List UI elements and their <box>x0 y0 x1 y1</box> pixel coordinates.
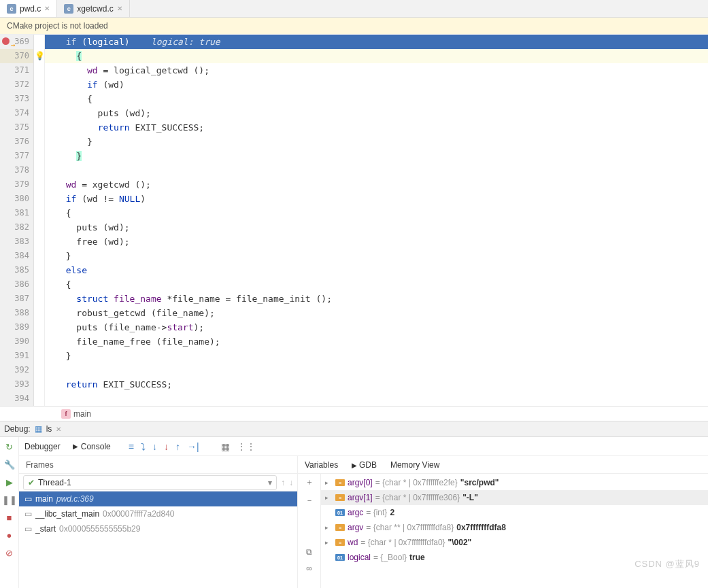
check-icon: ✔ <box>28 478 35 487</box>
line-number: 372 <box>0 77 33 92</box>
line-number: →369 <box>0 35 33 49</box>
fold-strip: 💡 <box>34 35 45 406</box>
line-number: 384 <box>0 249 33 263</box>
var-row-argv1[interactable]: ▸ ≡ argv[1] = {char * | 0x7ffffffe306} "… <box>321 490 708 505</box>
line-number: 390 <box>0 334 33 349</box>
file-tab-label: xgetcwd.c <box>77 4 113 14</box>
frame-libc[interactable]: ▭ __libc_start_main 0x00007ffff7a2d840 <box>19 506 297 521</box>
tab-debugger[interactable]: Debugger <box>24 442 61 451</box>
rerun-icon[interactable]: ↻ <box>4 441 15 452</box>
line-number: 376 <box>0 135 33 149</box>
watermark: CSDN @蓝风9 <box>635 558 700 570</box>
line-number: 380 <box>0 192 33 206</box>
line-number: 388 <box>0 306 33 320</box>
close-icon[interactable]: ✕ <box>56 426 61 433</box>
step-out-icon[interactable]: ↑ <box>175 441 180 452</box>
evaluate-icon[interactable]: ▦ <box>221 441 230 452</box>
line-number: 392 <box>0 363 33 377</box>
tab-variables[interactable]: Variables <box>305 460 338 470</box>
var-row-argc[interactable]: 01 argc = {int} 2 <box>321 505 708 520</box>
frame-start[interactable]: ▭ _start 0x0000555555555b29 <box>19 521 297 536</box>
add-watch-icon[interactable]: ＋ <box>305 477 314 488</box>
frame-icon: ▭ <box>24 524 32 534</box>
close-icon[interactable]: ✕ <box>117 5 122 12</box>
frame-main[interactable]: ▭ main pwd.c:369 <box>19 491 297 506</box>
file-tab-label: pwd.c <box>20 4 41 14</box>
line-number: 386 <box>0 277 33 292</box>
breadcrumb-main[interactable]: main <box>73 409 91 419</box>
run-config-icon: ▦ <box>35 424 42 434</box>
object-icon: ≡ <box>335 494 345 501</box>
debug-panel: ↻ 🔧 ▶ ❚❚ ■ ● ⊘ Debugger ▶Console ≡ ⤵ ↓ ↓… <box>0 437 708 588</box>
vars-toolbar: ＋ － ⧉ ∞ <box>298 474 321 588</box>
line-number: 379 <box>0 177 33 192</box>
copy-icon[interactable]: ⧉ <box>306 547 312 557</box>
vars-tabs: Variables ▶ GDB Memory View <box>298 456 708 474</box>
pause-icon[interactable]: ❚❚ <box>4 494 15 505</box>
line-number: 375 <box>0 120 33 135</box>
tab-gdb[interactable]: ▶ GDB <box>352 460 377 470</box>
editor[interactable]: →369 370 371 372 373 374 375 376 377 378… <box>0 35 708 406</box>
debug-sidebar: ↻ 🔧 ▶ ❚❚ ■ ● ⊘ <box>0 437 19 588</box>
step-into-icon[interactable]: ↓ <box>152 441 157 452</box>
file-tab-bar: c pwd.c ✕ c xgetcwd.c ✕ <box>0 0 708 18</box>
chevron-down-icon: ▾ <box>268 478 272 487</box>
show-exec-point-icon[interactable]: ≡ <box>129 441 134 452</box>
frames-panel: Frames ✔ Thread-1 ▾ ↑ ↓ ▭ main pwd.c:369 <box>19 456 298 588</box>
resume-icon[interactable]: ▶ <box>4 477 15 487</box>
frame-icon: ▭ <box>24 509 32 519</box>
line-number: 381 <box>0 206 33 220</box>
tab-memory[interactable]: Memory View <box>390 460 439 470</box>
breakpoint-icon <box>2 37 10 45</box>
code-area[interactable]: if (logical) logical: true { wd = logica… <box>45 35 708 406</box>
c-file-icon: c <box>64 4 73 14</box>
line-number: 387 <box>0 292 33 306</box>
link-icon[interactable]: ∞ <box>306 564 312 573</box>
remove-watch-icon[interactable]: － <box>305 495 314 506</box>
settings-icon[interactable]: 🔧 <box>4 459 15 470</box>
run-to-cursor-icon[interactable]: →| <box>187 441 199 452</box>
breadcrumb-bar: f main <box>0 406 708 421</box>
expand-icon: ▸ <box>325 539 333 546</box>
line-number: 391 <box>0 349 33 363</box>
close-icon[interactable]: ✕ <box>44 5 50 12</box>
thread-selector[interactable]: ✔ Thread-1 ▾ <box>23 475 277 490</box>
debug-config-name[interactable]: ls <box>46 424 52 434</box>
line-number: 389 <box>0 320 33 334</box>
expand-icon: ▸ <box>325 479 333 486</box>
line-number: 374 <box>0 106 33 120</box>
var-row-wd[interactable]: ▸ ≡ wd = {char * | 0x7fffffffdfa0} "\002… <box>321 535 708 550</box>
next-frame-icon[interactable]: ↓ <box>289 478 293 487</box>
object-icon: ≡ <box>335 524 345 531</box>
frame-list: ▭ main pwd.c:369 ▭ __libc_start_main 0x0… <box>19 491 297 588</box>
line-number: 394 <box>0 392 33 406</box>
line-number: 393 <box>0 377 33 392</box>
expand-icon: ▸ <box>325 524 333 531</box>
step-over-icon[interactable]: ⤵ <box>141 441 146 452</box>
thread-name: Thread-1 <box>38 478 71 487</box>
breakpoints-icon[interactable]: ● <box>4 530 15 540</box>
cmake-warning-bar: CMake project is not loaded <box>0 18 708 35</box>
mute-breakpoints-icon[interactable]: ⊘ <box>4 547 15 558</box>
lightbulb-icon[interactable]: 💡 <box>35 51 45 60</box>
line-number: 383 <box>0 235 33 249</box>
debugger-tabs: Debugger ▶Console ≡ ⤵ ↓ ↓ ↑ →| ▦ ⋮⋮ <box>19 437 708 456</box>
object-icon: ≡ <box>335 539 345 546</box>
file-tab-xgetcwd[interactable]: c xgetcwd.c ✕ <box>57 0 129 17</box>
file-tab-pwd[interactable]: c pwd.c ✕ <box>0 0 57 17</box>
frames-title: Frames <box>19 456 297 474</box>
force-step-into-icon[interactable]: ↓ <box>164 441 169 452</box>
object-icon: ≡ <box>335 479 345 486</box>
prev-frame-icon[interactable]: ↑ <box>281 478 285 487</box>
line-number: 373 <box>0 92 33 106</box>
expand-icon: ▸ <box>325 494 333 501</box>
primitive-icon: 01 <box>335 509 345 516</box>
debug-header: Debug: ▦ ls ✕ <box>0 421 708 437</box>
var-row-argv0[interactable]: ▸ ≡ argv[0] = {char * | 0x7ffffffe2fe} "… <box>321 475 708 490</box>
more-icon[interactable]: ⋮⋮ <box>237 441 256 452</box>
stop-icon[interactable]: ■ <box>4 512 15 523</box>
variables-list: ▸ ≡ argv[0] = {char * | 0x7ffffffe2fe} "… <box>321 474 708 588</box>
tab-console[interactable]: ▶Console <box>73 442 111 451</box>
debug-label: Debug: <box>4 424 31 434</box>
var-row-argv[interactable]: ▸ ≡ argv = {char ** | 0x7fffffffdfa8} 0x… <box>321 520 708 535</box>
